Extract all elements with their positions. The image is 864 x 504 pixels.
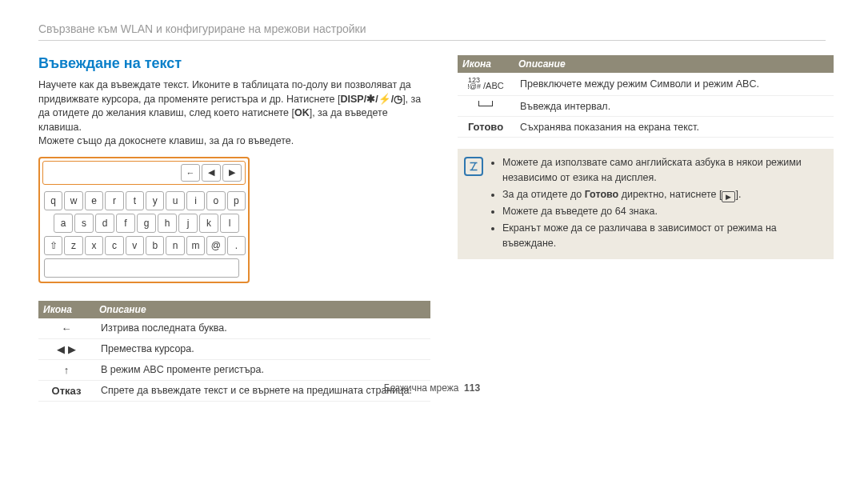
key-k[interactable]: k xyxy=(199,214,218,233)
key-d[interactable]: d xyxy=(95,214,114,233)
note-item: Можете да използвате само английската аз… xyxy=(502,155,826,186)
intro-line-4: Можете също да докоснете клавиш, за да г… xyxy=(38,135,294,146)
key-n[interactable]: n xyxy=(166,236,184,255)
key-v[interactable]: v xyxy=(126,236,144,255)
key-q[interactable]: q xyxy=(44,191,62,210)
key-at[interactable]: @ xyxy=(206,236,225,255)
key-r[interactable]: r xyxy=(105,191,123,210)
flower-icon: ✱ xyxy=(366,94,375,105)
note-item: За да отидете до Готово директно, натисн… xyxy=(502,187,826,203)
intro-line-1: Научете как да въвеждате текст. Иконите … xyxy=(38,79,411,90)
note-icon xyxy=(464,157,483,176)
note-done-bold: Готово xyxy=(585,189,619,200)
play-icon: ▶ xyxy=(722,191,735,202)
header-icon: Икона xyxy=(38,301,94,318)
intro-line-2a: придвижвате курсора, да променяте регист… xyxy=(38,94,341,105)
key-i[interactable]: i xyxy=(186,191,205,210)
divider xyxy=(38,40,826,41)
abc-text: ABC xyxy=(486,81,504,90)
header-desc: Описание xyxy=(514,55,834,73)
intro-line-2c: ], за xyxy=(402,94,421,105)
key-l[interactable]: l xyxy=(220,214,239,233)
disp-button-label: DISP/✱/⚡/◷ xyxy=(341,94,403,105)
key-z[interactable]: z xyxy=(64,236,82,255)
table-desc: Изтрива последната буква. xyxy=(94,318,430,338)
two-columns: Въвеждане на текст Научете как да въвежд… xyxy=(38,55,826,402)
breadcrumb: Свързване към WLAN и конфигуриране на мр… xyxy=(38,22,826,35)
footer-section: Безжична мрежа xyxy=(384,382,459,394)
backspace-key[interactable]: ← xyxy=(181,164,200,182)
space-icon xyxy=(458,96,514,116)
space-symbol xyxy=(478,101,493,106)
header-desc: Описание xyxy=(94,301,430,318)
keyboard-nav-row: ← ◀ ▶ xyxy=(42,161,246,185)
key-s[interactable]: s xyxy=(74,214,94,233)
timer-icon: ◷ xyxy=(394,94,402,105)
key-o[interactable]: o xyxy=(206,191,225,210)
key-space[interactable] xyxy=(44,258,239,278)
table-header: Икона Описание xyxy=(458,55,834,73)
table-header: Икона Описание xyxy=(38,301,430,318)
flash-icon: ⚡ xyxy=(378,94,391,105)
key-x[interactable]: x xyxy=(85,236,103,255)
disp-text: DISP xyxy=(341,94,364,105)
key-g[interactable]: g xyxy=(137,214,156,233)
column-right: Икона Описание 123!@# /ABC Превключете м… xyxy=(458,55,834,402)
note-item: Екранът може да се различава в зависимос… xyxy=(502,221,826,251)
key-t[interactable]: t xyxy=(126,191,144,210)
ok-button-label: OK xyxy=(294,107,310,118)
key-j[interactable]: j xyxy=(178,214,198,233)
table-desc: Съхранява показания на екрана текст. xyxy=(514,118,834,137)
key-f[interactable]: f xyxy=(116,214,135,233)
symbols-abc-icon: 123!@# /ABC xyxy=(458,73,514,95)
table-row: ↑ В режим ABC променте регистъра. xyxy=(38,360,430,381)
table-desc: Превключете между режим Символи и режим … xyxy=(514,74,834,94)
key-h[interactable]: h xyxy=(158,214,177,233)
table-row: ← Изтрива последната буква. xyxy=(38,318,430,339)
key-m[interactable]: m xyxy=(186,236,205,255)
right-icon-table: Икона Описание 123!@# /ABC Превключете м… xyxy=(458,55,834,138)
intro-line-3a: да отидете до желания клавиш, след което… xyxy=(38,107,294,118)
column-left: Въвеждане на текст Научете как да въвежд… xyxy=(38,55,430,402)
note-item: Можете да въведете до 64 знака. xyxy=(502,204,826,219)
key-w[interactable]: w xyxy=(64,191,82,210)
keyboard-row-2: a s d f g h j k l xyxy=(42,214,246,233)
section-title: Въвеждане на текст xyxy=(38,55,430,72)
table-desc: В режим ABC променте регистъра. xyxy=(94,360,430,379)
note-box: Можете да използвате само английската аз… xyxy=(458,149,834,259)
table-row: Въвежда интервал. xyxy=(458,96,834,117)
left-arrow-key[interactable]: ◀ xyxy=(202,164,221,182)
key-dot[interactable]: . xyxy=(227,236,246,255)
table-desc: Въвежда интервал. xyxy=(514,97,834,116)
keyboard-row-3: ⇧ z x c v b n m @ . xyxy=(42,236,246,255)
key-p[interactable]: p xyxy=(227,191,246,210)
key-y[interactable]: y xyxy=(146,191,164,210)
right-arrow-key[interactable]: ▶ xyxy=(222,164,242,182)
key-b[interactable]: b xyxy=(146,236,164,255)
sym-top: 123!@# xyxy=(467,77,481,90)
header-icon: Икона xyxy=(458,55,514,73)
done-label: Готово xyxy=(458,117,514,137)
note-list: Можете да използвате само английската аз… xyxy=(491,155,826,253)
key-a[interactable]: a xyxy=(54,214,73,233)
page: Свързване към WLAN и конфигуриране на мр… xyxy=(0,0,864,402)
page-footer: Безжична мрежа 113 xyxy=(0,382,864,394)
move-arrows-icon: ◀ ▶ xyxy=(38,339,94,359)
table-row: Готово Съхранява показания на екрана тек… xyxy=(458,117,834,138)
key-c[interactable]: c xyxy=(105,236,123,255)
table-row: 123!@# /ABC Превключете между режим Симв… xyxy=(458,73,834,96)
key-shift[interactable]: ⇧ xyxy=(44,236,62,255)
page-number: 113 xyxy=(464,382,480,394)
table-row: ◀ ▶ Премества курсора. xyxy=(38,339,430,360)
backspace-icon: ← xyxy=(38,318,94,338)
keyboard-row-1: q w e r t y u i o p xyxy=(42,191,246,210)
intro-paragraph: Научете как да въвеждате текст. Иконите … xyxy=(38,78,430,149)
key-e[interactable]: e xyxy=(85,191,103,210)
table-desc: Премества курсора. xyxy=(94,339,430,358)
keyboard-illustration: ← ◀ ▶ q w e r t y u i o p xyxy=(38,157,250,283)
keyboard-inner: ← ◀ ▶ q w e r t y u i o p xyxy=(42,161,246,278)
shift-icon: ↑ xyxy=(38,360,94,380)
key-u[interactable]: u xyxy=(166,191,184,210)
